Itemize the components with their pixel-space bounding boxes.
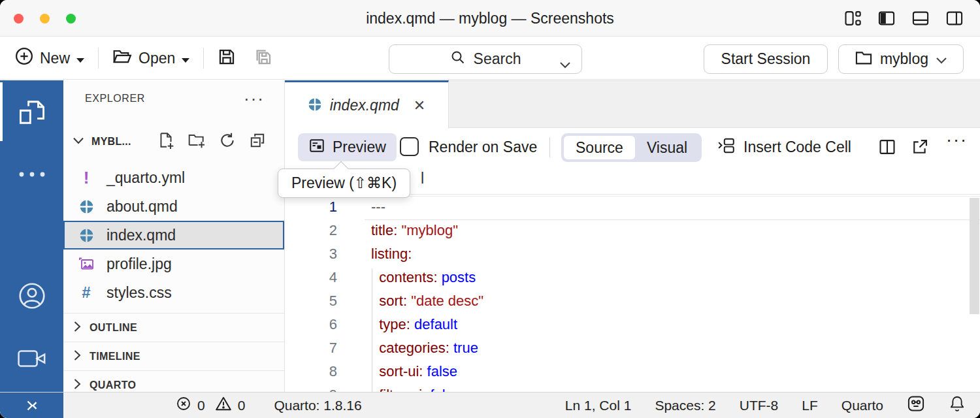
workspace-name: MYBL...: [91, 136, 131, 148]
open-button[interactable]: Open: [112, 46, 190, 70]
explorer-activity-icon[interactable]: [0, 97, 63, 127]
app-window: index.qmd — myblog — Screenshots: [0, 0, 980, 418]
encoding-status[interactable]: UTF-8: [740, 398, 779, 413]
editor-scrollbar[interactable]: [970, 198, 979, 314]
search-input[interactable]: Search: [389, 44, 582, 74]
insert-code-cell-button[interactable]: Insert Code Cell: [717, 129, 851, 166]
error-icon: [176, 396, 191, 415]
new-file-icon[interactable]: [157, 131, 174, 152]
quarto-icon: [76, 199, 96, 214]
workspace-switcher-button[interactable]: myblog: [838, 44, 964, 74]
activity-bar: [0, 80, 63, 392]
file-row-index-qmd[interactable]: index.qmd: [63, 221, 284, 249]
code-line[interactable]: 8 sort-ui: false: [285, 360, 980, 383]
more-views-icon[interactable]: [0, 170, 63, 178]
remote-indicator[interactable]: [0, 393, 63, 418]
save-all-icon[interactable]: [253, 47, 273, 69]
notifications-bell-icon[interactable]: [949, 394, 966, 416]
code-line[interactable]: 4 contents: posts: [285, 266, 980, 289]
camera-icon[interactable]: [0, 347, 63, 370]
explorer-more-icon[interactable]: ···: [244, 95, 265, 102]
chevron-down-icon: [76, 50, 85, 67]
file-row-quarto-yml[interactable]: ! _quarto.yml: [63, 163, 284, 192]
chevron-right-icon: [73, 320, 82, 336]
css-icon: #: [76, 283, 96, 302]
chevron-down-icon: [72, 136, 85, 148]
code-line[interactable]: 1 ---: [285, 195, 980, 219]
open-button-label: Open: [139, 50, 175, 67]
search-icon: [450, 50, 466, 69]
preview-button[interactable]: Preview: [298, 133, 397, 161]
workspace-tree-header[interactable]: MYBL...: [63, 126, 284, 157]
feedback-smiley-icon[interactable]: [907, 394, 925, 416]
code-line[interactable]: 9 filter-ui: fal: [285, 383, 980, 392]
file-row-about-qmd[interactable]: about.qmd: [63, 192, 284, 221]
start-session-button[interactable]: Start Session: [704, 44, 828, 74]
workspace-label: myblog: [880, 50, 928, 68]
new-button[interactable]: New: [14, 46, 85, 70]
new-button-label: New: [40, 50, 70, 67]
code-line[interactable]: 6 type: default: [285, 313, 980, 336]
tooltip-text: Preview (⇧⌘K): [291, 174, 397, 192]
folder-icon: [855, 49, 873, 70]
chevron-down-icon: [936, 50, 947, 68]
divider: [549, 137, 550, 157]
file-row-profile-jpg[interactable]: profile.jpg: [63, 249, 284, 278]
source-mode-button[interactable]: Source: [564, 136, 635, 159]
breadcrumb-fragment: l: [421, 170, 424, 187]
open-external-icon[interactable]: [911, 138, 929, 159]
close-tab-icon[interactable]: ✕: [414, 97, 425, 114]
yaml-warning-icon: !: [76, 168, 96, 188]
tab-index-qmd[interactable]: index.qmd ✕: [285, 80, 449, 129]
code-line[interactable]: 5 sort: "date desc": [285, 289, 980, 313]
editor-action-bar: Preview Render on Save Source Visual: [285, 129, 980, 166]
chevron-right-icon: [73, 378, 82, 393]
preview-icon: [308, 137, 325, 158]
folder-open-icon: [112, 46, 133, 70]
cursor-position-status[interactable]: Ln 1, Col 1: [565, 398, 632, 413]
eol-status[interactable]: LF: [802, 398, 818, 413]
section-quarto[interactable]: QUARTO: [63, 370, 284, 392]
section-outline[interactable]: OUTLINE: [63, 313, 284, 342]
save-icon[interactable]: [217, 47, 237, 69]
source-visual-toggle: Source Visual: [561, 133, 702, 162]
indentation-status[interactable]: Spaces: 2: [655, 398, 715, 413]
warning-count: 0: [238, 398, 246, 413]
customize-layout-icon[interactable]: [843, 9, 862, 27]
collapse-all-icon[interactable]: [249, 132, 266, 152]
quarto-icon: [308, 97, 322, 114]
preview-tooltip: Preview (⇧⌘K): [278, 169, 410, 198]
quarto-version-status[interactable]: Quarto: 1.8.16: [274, 398, 361, 413]
explorer-panel: EXPLORER ··· MYBL...: [63, 80, 284, 392]
status-bar: 0 0 Quarto: 1.8.16 Ln 1, Col 1 Spaces: 2…: [0, 392, 980, 418]
new-folder-icon[interactable]: [188, 131, 206, 152]
toggle-secondary-sidebar-icon[interactable]: [945, 9, 964, 27]
toggle-panel-icon[interactable]: [911, 9, 930, 27]
divider: [203, 48, 204, 69]
split-editor-icon[interactable]: [878, 138, 896, 159]
problems-status[interactable]: 0 0: [176, 396, 245, 415]
refresh-icon[interactable]: [219, 132, 236, 152]
plus-circle-icon: [14, 46, 34, 70]
start-session-label: Start Session: [721, 50, 811, 68]
language-mode-status[interactable]: Quarto: [841, 398, 883, 413]
code-line[interactable]: 2 title: "myblog": [285, 219, 980, 242]
chevron-down-icon: [181, 50, 190, 67]
code-editor[interactable]: 1 --- 2 title: "myblog" 3 listing: 4 con…: [285, 195, 980, 392]
search-label: Search: [474, 50, 521, 68]
account-icon[interactable]: [0, 281, 63, 311]
image-icon: [76, 256, 96, 272]
code-line[interactable]: 7 categories: true: [285, 336, 980, 360]
render-on-save-checkbox[interactable]: [400, 137, 419, 156]
titlebar: index.qmd — myblog — Screenshots: [0, 0, 980, 37]
editor-more-actions-icon[interactable]: ···: [946, 130, 968, 150]
section-timeline[interactable]: TIMELINE: [63, 342, 284, 370]
chevron-right-icon: [73, 349, 82, 364]
file-row-styles-css[interactable]: # styles.css: [63, 278, 284, 307]
insert-code-cell-label: Insert Code Cell: [743, 138, 851, 156]
toggle-primary-sidebar-icon[interactable]: [877, 9, 896, 27]
preview-label: Preview: [333, 138, 386, 156]
render-on-save-label: Render on Save: [429, 129, 537, 166]
visual-mode-button[interactable]: Visual: [635, 136, 699, 159]
code-line[interactable]: 3 listing:: [285, 242, 980, 266]
